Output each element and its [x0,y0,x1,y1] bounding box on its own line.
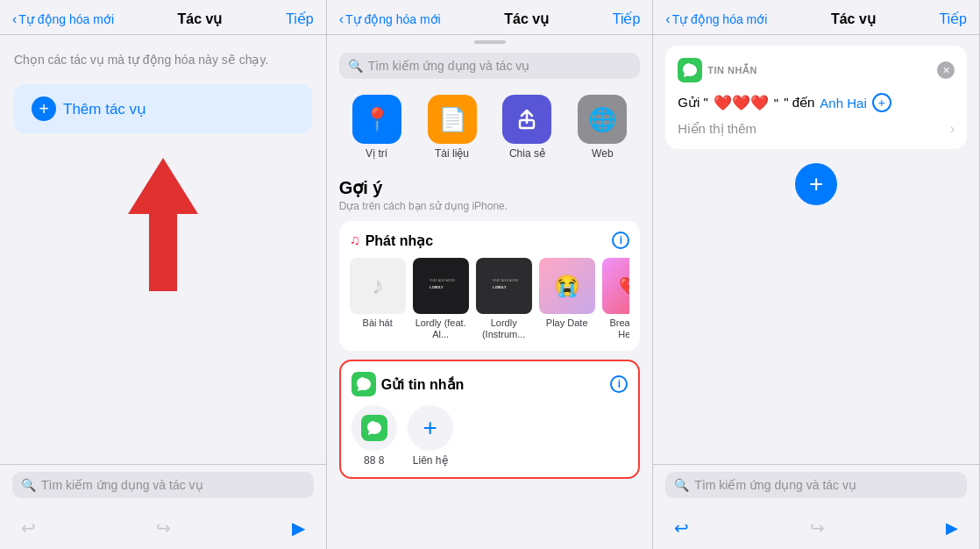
album-lordly-instrum[interactable]: FEAT. ALEX AIONO LORDLY Lordly (Instrum.… [476,258,532,340]
message-option-contact[interactable]: + Liên hệ [408,405,453,467]
album-lordly-instrum-label: Lordly (Instrum... [476,317,532,340]
messages-app-icon [352,372,376,396]
message-info-btn[interactable]: i [610,375,628,393]
panel-1: ‹ Tự động hóa mới Tác vụ Tiếp Chọn các t… [0,0,327,549]
message-options-row: 88 8 + Liên hệ [352,405,628,467]
panel2-search-icon: 🔍 [348,59,363,73]
panel2-title: Tác vụ [504,11,549,27]
panel1-body: Chọn các tác vụ mà tự động hóa này sẽ ch… [0,35,326,464]
send-contact[interactable]: Anh Hai [820,96,866,111]
card-close-btn[interactable]: ✕ [937,61,955,79]
category-web[interactable]: 🌐 Web [578,95,627,160]
card-service-label: TIN NHẮN [707,65,757,76]
message-option-888-circle [352,405,397,451]
arrow-container [110,133,216,446]
panel3-nav: ‹ Tự động hóa mới Tác vụ Tiếp [653,0,979,35]
panel3-play-btn[interactable]: ▶ [942,515,962,541]
panel1-toolbar: ↩ ↪ ▶ [0,509,326,549]
panel-2: ‹ Tự động hóa mới Tác vụ Tiếp 🔍 Tìm kiếm… [327,0,654,549]
tin-nhan-card: TIN NHẮN ✕ Gửi " ❤️❤️❤️ " " đến Anh Hai … [665,46,967,149]
svg-text:LORDLY: LORDLY [430,286,444,289]
search-icon: 🔍 [21,478,36,492]
panel3-body: TIN NHẮN ✕ Gửi " ❤️❤️❤️ " " đến Anh Hai … [653,35,979,464]
send-prefix: Gửi " [678,95,708,111]
music-albums-row: ♪ Bài hát FEAT. ALEX AIONO LORDLY Lordly… [350,258,630,340]
album-lordly-feat-label: Lordly (feat. Al... [413,317,469,340]
card-header-left: TIN NHẮN [678,58,757,82]
panel1-play-btn[interactable]: ▶ [288,514,309,542]
message-section-header: Gửi tin nhắn i [352,372,628,396]
category-location-label: Vị trí [366,147,387,160]
panel3-undo-btn[interactable]: ↩ [671,514,692,542]
messages-icon-sm [361,415,387,441]
music-section-title: Phát nhạc [366,232,434,249]
message-section-left: Gửi tin nhắn [352,372,465,396]
panel3-search-placeholder: Tìm kiếm ứng dụng và tác vụ [694,478,856,492]
message-option-contact-label: Liên hệ [413,454,448,467]
category-location[interactable]: 📍 Vị trí [352,95,401,160]
music-info-btn[interactable]: i [612,232,629,249]
panel3-back-label: Tự động hóa mới [672,12,768,26]
share-icon [502,95,551,144]
category-documents[interactable]: 📄 Tài liệu [428,95,477,160]
show-more-label: Hiển thị thêm [678,121,756,137]
album-default[interactable]: ♪ Bài hát [350,258,406,340]
category-documents-label: Tài liệu [435,147,469,160]
send-row: Gửi " ❤️❤️❤️ " " đến Anh Hai + [678,93,955,112]
plus-option-circle: + [408,405,453,451]
panel2-search-bar[interactable]: 🔍 Tìm kiếm ứng dụng và tác vụ [339,53,641,79]
panel3-bottom-search: 🔍 Tìm kiếm ứng dụng và tác vụ [653,464,979,509]
add-action-button[interactable]: + Thêm tác vụ [14,84,312,133]
panel3-toolbar: ↩ ↪ ▶ [653,509,979,549]
panel3-back-btn[interactable]: ‹ Tự động hóa mới [665,11,767,27]
panel2-next-btn[interactable]: Tiếp [613,11,641,27]
suggestions-subheader: Dựa trên cách bạn sử dụng iPhone. [327,200,653,221]
send-plus-btn[interactable]: + [872,93,891,112]
panel2-search-placeholder: Tìm kiếm ứng dụng và tác vụ [368,59,530,73]
panel1-next-btn[interactable]: Tiếp [286,11,314,27]
panel3-search-icon: 🔍 [674,478,689,492]
album-art-lordly-instrum: FEAT. ALEX AIONO LORDLY [476,258,532,314]
panel3-next-btn[interactable]: Tiếp [939,11,967,27]
album-art-play-date: 😭 [539,258,595,314]
music-section: ♫ Phát nhạc i ♪ Bài hát FEAT. ALEX AIONO [339,221,641,351]
web-icon: 🌐 [578,95,627,144]
panel1-redo-btn[interactable]: ↪ [153,514,174,542]
panel3-search-bar[interactable]: 🔍 Tìm kiếm ứng dụng và tác vụ [665,472,967,498]
panel1-undo-btn[interactable]: ↩ [18,514,39,542]
album-break-my-heart[interactable]: 💔 Break My Heart [602,258,630,340]
panel1-title: Tác vụ [178,11,223,27]
category-web-label: Web [592,147,613,160]
panel3-redo-btn[interactable]: ↪ [806,514,828,542]
panel1-description: Chọn các tác vụ mà tự động hóa này sẽ ch… [14,53,312,67]
album-play-date[interactable]: 😭 Play Date [539,258,595,340]
show-more-row[interactable]: Hiển thị thêm › [678,121,955,137]
panel2-nav: ‹ Tự động hóa mới Tác vụ Tiếp [327,0,653,35]
send-to-text: " đến [784,95,814,111]
panel2-back-btn[interactable]: ‹ Tự động hóa mới [339,11,441,27]
scroll-pill [474,40,506,44]
panel1-back-chevron-icon: ‹ [12,11,17,27]
panel3-title: Tác vụ [831,11,876,27]
category-share[interactable]: Chia sẻ [502,95,551,160]
album-art-lordly-feat: FEAT. ALEX AIONO LORDLY [413,258,469,314]
panel1-search-bar[interactable]: 🔍 Tìm kiếm ứng dụng và tác vụ [12,472,314,498]
album-play-date-label: Play Date [546,317,588,329]
message-option-888[interactable]: 88 8 [352,405,397,467]
send-hearts: ❤️❤️❤️ [714,94,769,112]
svg-text:FEAT. ALEX AIONO: FEAT. ALEX AIONO [430,279,455,282]
music-section-header: ♫ Phát nhạc i [350,232,630,249]
album-lordly-feat[interactable]: FEAT. ALEX AIONO LORDLY Lordly (feat. Al… [413,258,469,340]
panel1-nav: ‹ Tự động hóa mới Tác vụ Tiếp [0,0,326,35]
crybaby-text: 😭 [554,274,580,298]
music-section-left: ♫ Phát nhạc [350,232,434,249]
category-share-label: Chia sẻ [509,147,545,160]
message-section-title: Gửi tin nhắn [381,376,465,393]
add-action-label: Thêm tác vụ [63,100,146,118]
add-action-circle-btn[interactable]: + [795,163,837,205]
panel2-back-chevron-icon: ‹ [339,11,344,27]
break-heart-emoji: 💔 [619,275,629,296]
plus-circle-icon: + [32,96,56,121]
panel1-back-btn[interactable]: ‹ Tự động hóa mới [12,11,114,27]
panel1-search-placeholder: Tìm kiếm ứng dụng và tác vụ [41,478,203,492]
